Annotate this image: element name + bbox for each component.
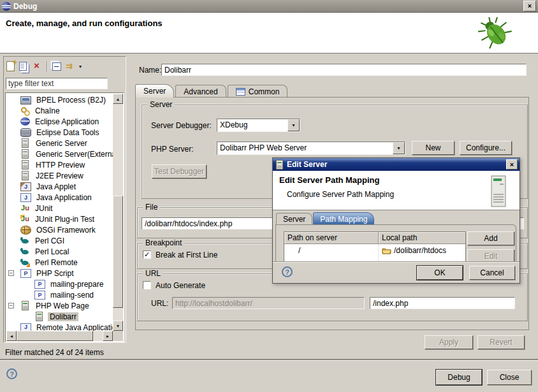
collapse-expander-icon[interactable]: − [8,303,14,309]
filter-input[interactable] [6,78,107,89]
ok-button[interactable]: OK [417,266,463,280]
horizontal-scroll-thumb[interactable] [17,331,93,341]
filter-dropdown-caret-icon[interactable]: ▾ [79,64,82,69]
tree-item-generic-server-external-la[interactable]: Generic Server(External La [6,149,113,159]
edit-server-title: Edit Server [287,160,506,169]
debug-beetle-icon [478,17,514,50]
cancel-button[interactable]: Cancel [469,266,515,280]
dialog-help-icon[interactable]: ? [282,266,293,277]
tree-item-java-application[interactable]: Java Application [6,192,113,203]
help-icon[interactable]: ? [6,368,17,379]
server-icon [22,160,29,170]
duplicate-config-icon[interactable] [19,62,27,71]
tree-item-label: PHP Script [34,269,75,278]
tree-item-remote-java-application[interactable]: Remote Java Application [6,322,113,331]
window-close-button[interactable]: × [523,1,536,11]
configurations-panel: × ⇉ ▾ BPEL Process (B2J)ChaîneEclipse Ap… [3,56,126,343]
delete-config-icon[interactable]: × [31,61,42,71]
tree-item-label: PHP Web Page [34,301,91,310]
server-debugger-value: XDebug [217,119,287,131]
dialog-close-button[interactable]: × [506,159,518,170]
tree-vertical-scrollbar[interactable]: ▲ ▼ [113,94,123,331]
tab-common[interactable]: Common [228,85,288,98]
dialog-tab-server[interactable]: Server [276,213,312,225]
local-path-text: /dolibarr/htdocs [394,246,446,255]
tree-item-mailing-send[interactable]: mailing-send [6,289,113,300]
tree-item-label: Perl CGI [33,236,66,245]
dialog-tab-path-mapping[interactable]: Path Mapping [313,212,374,225]
edit-server-banner: Edit Server Path Mapping Configure Serve… [273,171,520,210]
col-local-path[interactable]: Local path [379,232,465,244]
configure-server-button[interactable]: Configure... [460,141,512,155]
dialog-tab-server-label: Server [283,215,305,224]
tree-item-perl-local[interactable]: Perl Local [6,246,113,257]
tree-item-bpel-process-b2j-[interactable]: BPEL Process (B2J) [6,94,113,105]
collapse-all-icon[interactable] [52,62,61,71]
tree-item-label: Eclipse Application [33,117,101,126]
tree-item-dolibarr[interactable]: Dolibarr [6,311,113,322]
combo-dropdown-icon[interactable]: ▼ [287,119,300,131]
close-button[interactable]: Close [487,370,532,385]
edit-server-titlebar: Edit Server × [273,158,520,171]
tree-item-label: mailing-send [48,291,96,300]
tree-item-cha-ne[interactable]: Chaîne [6,105,113,116]
tree-item-eclipse-application[interactable]: Eclipse Application [6,116,113,127]
server-green-icon [22,301,29,310]
tab-advanced[interactable]: Advanced [175,85,226,98]
tree-horizontal-scrollbar[interactable]: ◄ ► [6,331,113,341]
combo-dropdown-icon[interactable]: ▼ [393,142,405,154]
url-base-field: http://localhostdolibarr/ [172,297,365,309]
filter-icon[interactable]: ⇉ [66,61,76,71]
tree-item-j2ee-preview[interactable]: J2EE Preview [6,170,113,181]
name-input[interactable] [162,64,526,75]
scroll-up-button[interactable]: ▲ [113,94,123,104]
scroll-right-button[interactable]: ► [103,331,113,341]
new-server-button[interactable]: New [412,141,454,155]
collapse-expander-icon[interactable]: − [8,270,14,276]
add-mapping-button[interactable]: Add [467,231,514,245]
server-green-icon [36,312,43,321]
tree-item-http-preview[interactable]: HTTP Preview [6,159,113,170]
mapping-row[interactable]: //dolibarr/htdocs [284,244,465,256]
tree-item-php-script[interactable]: −PHP Script [6,268,113,279]
apply-button[interactable]: Apply [425,335,473,349]
tree-item-eclipse-data-tools[interactable]: Eclipse Data Tools [6,127,113,138]
debug-button[interactable]: Debug [436,370,482,385]
url-path-input[interactable] [370,298,514,309]
tree-item-perl-cgi[interactable]: Perl CGI [6,235,113,246]
test-debugger-button[interactable]: Test Debugger [152,164,207,178]
tree-item-label: BPEL Process (B2J) [34,96,108,105]
auto-generate-checkbox[interactable] [143,281,151,289]
tree-item-osgi-framework[interactable]: OSGi Framework [6,224,113,235]
tree-item-junit-plug-in-test[interactable]: JUnit Plug-in Test [6,214,113,224]
tree-item-label: JUnit Plug-in Test [33,215,96,224]
new-config-icon[interactable] [6,61,15,71]
applet-icon [20,182,31,191]
camel-icon [20,236,30,245]
col-path-on-server[interactable]: Path on server [284,232,379,244]
break-first-line-label: Break at First Line [156,250,217,259]
table-body: //dolibarr/htdocs [284,244,465,256]
name-field-wrap [161,64,527,76]
server-tower-icon [488,175,509,208]
tree-item-java-applet[interactable]: Java Applet [6,181,113,192]
revert-button[interactable]: Revert [477,335,525,349]
vertical-scroll-thumb[interactable] [113,196,123,308]
camel-icon [20,247,30,256]
tab-advanced-label: Advanced [184,87,217,96]
break-first-line-checkbox[interactable]: ✓ [143,250,151,259]
php-server-combo[interactable]: Dolibarr PHP Web Server ▼ [217,142,405,155]
server-debugger-combo[interactable]: XDebug ▼ [217,119,300,132]
folder-icon [382,247,391,254]
breakpoint-group-legend: Breakpoint [143,238,184,247]
scroll-down-button[interactable]: ▼ [113,321,123,331]
tree-item-php-web-page[interactable]: −PHP Web Page [6,300,113,311]
tree-item-label: mailing-prepare [48,280,105,289]
scroll-left-button[interactable]: ◄ [6,331,17,341]
tree-item-generic-server[interactable]: Generic Server [6,138,113,149]
junit-icon [20,204,30,213]
tree-item-mailing-prepare[interactable]: mailing-prepare [6,279,113,289]
tree-item-perl-remote[interactable]: Perl Remote [6,257,113,268]
tab-server[interactable]: Server [135,84,174,98]
tree-item-junit[interactable]: JUnit [6,203,113,214]
